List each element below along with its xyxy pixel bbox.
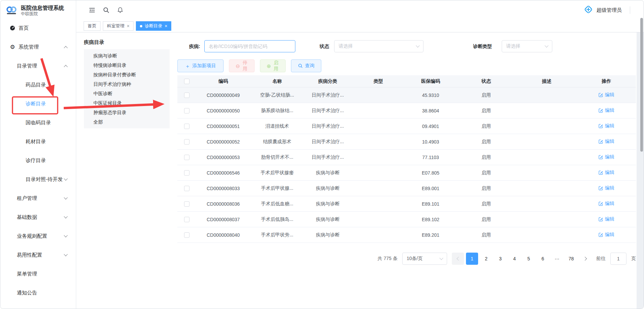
row-checkbox[interactable] xyxy=(184,201,189,207)
sidebar-item-diagnosis-catalog[interactable]: 诊断目录 xyxy=(0,94,76,113)
row-checkbox[interactable] xyxy=(184,232,189,238)
current-user[interactable]: 超级管理员 xyxy=(596,7,622,14)
close-icon[interactable]: × xyxy=(127,24,129,28)
tab-home[interactable]: 首页 xyxy=(84,21,100,31)
page-size-select[interactable]: 10条/页 xyxy=(402,253,447,265)
previous-page-button[interactable] xyxy=(452,253,464,265)
table-cell-code: CD0000000051 xyxy=(196,124,250,129)
chevron-down-icon xyxy=(64,233,67,237)
sidebar-item-tenant-management[interactable]: 租户管理 xyxy=(0,189,76,208)
page-button[interactable]: 2 xyxy=(480,253,492,265)
table-row[interactable]: CD0000000052结膜囊成形术日间手术治疗...10.4903启用编辑 xyxy=(177,134,636,150)
sidebar-item-treatment-catalog[interactable]: 诊疗目录 xyxy=(0,151,76,170)
edit-button[interactable]: 编辑 xyxy=(598,154,614,160)
edit-label: 编辑 xyxy=(605,123,614,129)
catalog-item[interactable]: 中医诊断 xyxy=(84,89,170,98)
add-item-button[interactable]: ＋ 添加新项目 xyxy=(177,59,224,72)
sidebar-item-catalog-management[interactable]: 目录管理 xyxy=(0,56,76,75)
row-checkbox[interactable] xyxy=(184,186,189,191)
edit-button[interactable]: 编辑 xyxy=(598,201,614,207)
catalog-item[interactable]: 按病种目录付费诊断 xyxy=(84,70,170,79)
sidebar-item-national-code-catalog[interactable]: 国临码目录 xyxy=(0,113,76,132)
edit-button[interactable]: 编辑 xyxy=(598,232,614,238)
edit-button[interactable]: 编辑 xyxy=(598,216,614,222)
page-button[interactable]: 3 xyxy=(494,253,506,265)
medical-cross-avatar-icon[interactable] xyxy=(584,5,593,16)
sidebar-item-notice[interactable]: 通知公告 xyxy=(0,283,76,302)
sidebar-item-menu-management[interactable]: 菜单管理 xyxy=(0,264,76,283)
status-select[interactable]: 请选择 xyxy=(334,40,423,52)
catalog-item[interactable]: 日间手术治疗病种 xyxy=(84,79,170,89)
table-row[interactable]: CD0000000053肋骨切开术不...日间手术治疗...77.1103启用编… xyxy=(177,150,636,165)
disable-button[interactable]: ⊖ 停用 xyxy=(229,59,255,72)
table-row[interactable]: CD0000008036手术后低血糖...疾病与诊断E89.101启用编辑 xyxy=(177,196,636,212)
row-checkbox[interactable] xyxy=(184,139,189,145)
catalog-item[interactable]: 全部 xyxy=(84,117,170,127)
bell-icon[interactable] xyxy=(117,7,123,14)
table-cell-code: CD0000008033 xyxy=(196,186,250,191)
table-cell-name: 泪道挂线术 xyxy=(250,123,304,129)
page-button[interactable]: 4 xyxy=(508,253,521,265)
query-button[interactable]: 查询 xyxy=(291,59,321,72)
select-all-checkbox[interactable] xyxy=(184,79,189,84)
sidebar-item-usability-config[interactable]: 易用性配置 xyxy=(0,246,76,264)
edit-button[interactable]: 编辑 xyxy=(598,107,614,113)
page-button[interactable]: 78 xyxy=(565,253,577,265)
table-row[interactable]: CD0000006546手术后甲状腺瘘疾病与诊断E07.805启用编辑 xyxy=(177,165,636,181)
tab-department-management[interactable]: 科室管理× xyxy=(103,21,134,31)
edit-button[interactable]: 编辑 xyxy=(598,185,614,191)
next-page-button[interactable] xyxy=(579,253,591,265)
topbar-divider xyxy=(630,6,630,14)
sidebar-item-label: 药品目录 xyxy=(26,82,46,88)
sidebar-item-drug-catalog[interactable]: 药品目录 xyxy=(0,75,76,94)
vertical-scrollbar[interactable] xyxy=(640,18,643,152)
edit-button[interactable]: 编辑 xyxy=(598,92,614,98)
table-row[interactable]: CD0000008033手术后甲状腺...疾病与诊断E89.001启用编辑 xyxy=(177,181,636,196)
sidebar-item-catalog-mapping-todo[interactable]: 目录对照-待开发 xyxy=(0,170,76,189)
table-row[interactable]: CD0000000050肠系膜动脉结...日间手术治疗...38.8604启用编… xyxy=(177,103,636,119)
page-button[interactable]: 1 xyxy=(466,253,478,265)
table-cell-insurance_code: 38.8604 xyxy=(405,108,456,113)
row-checkbox[interactable] xyxy=(184,108,189,113)
row-checkbox[interactable] xyxy=(184,217,189,222)
sidebar-item-business-rules-config[interactable]: 业务规则配置 xyxy=(0,227,76,246)
catalog-item[interactable]: 中医证候目录 xyxy=(84,98,170,108)
catalog-item[interactable]: 肿瘤形态学目录 xyxy=(84,108,170,117)
tab-diagnosis-catalog[interactable]: 诊断目录× xyxy=(136,21,171,31)
table-cell-name: 手术后低胰岛... xyxy=(250,216,304,223)
search-icon[interactable] xyxy=(103,7,110,14)
circle-plus-icon: ⊕ xyxy=(267,63,271,69)
row-select-cell xyxy=(177,170,196,176)
sidebar-item-home[interactable]: 首页 xyxy=(0,19,76,37)
table-row[interactable]: CD0000000049空肠-乙状结肠...日间手术治疗...45.9310启用… xyxy=(177,87,636,103)
row-checkbox[interactable] xyxy=(184,170,189,176)
row-checkbox[interactable] xyxy=(184,155,189,160)
sidebar-item-system-management[interactable]: ⚙系统管理 xyxy=(0,37,76,56)
catalog-item[interactable]: 疾病与诊断 xyxy=(84,51,170,60)
table-row[interactable]: CD0000008037手术后低胰岛...疾病与诊断E89.102启用编辑 xyxy=(177,212,636,227)
edit-button[interactable]: 编辑 xyxy=(598,170,614,176)
row-checkbox[interactable] xyxy=(184,124,189,129)
page-button[interactable]: 6 xyxy=(537,253,549,265)
sidebar-menu: 首页⚙系统管理目录管理药品目录诊断目录国临码目录耗材目录诊疗目录目录对照-待开发… xyxy=(0,19,76,302)
diagnosis-type-select[interactable]: 请选择 xyxy=(502,40,552,52)
logo-row: 医院信息管理系统 中联医院 xyxy=(0,0,76,18)
catalog-item[interactable]: 特慢病诊断目录 xyxy=(84,60,170,70)
table-header-cell: 医保编码 xyxy=(405,78,456,84)
edit-button[interactable]: 编辑 xyxy=(598,123,614,129)
table-row[interactable]: CD0000008040手术后甲状旁...疾病与诊断E89.201启用编辑 xyxy=(177,227,636,243)
search-icon xyxy=(298,63,303,68)
edit-button[interactable]: 编辑 xyxy=(598,138,614,145)
page-button[interactable]: 5 xyxy=(523,253,535,265)
collapse-menu-icon[interactable] xyxy=(89,7,95,14)
enable-button[interactable]: ⊕ 启用 xyxy=(260,59,286,72)
disease-search-input[interactable] xyxy=(204,40,295,52)
table-row[interactable]: CD0000000051泪道挂线术日间手术治疗...09.4901启用编辑 xyxy=(177,119,636,134)
close-icon[interactable]: × xyxy=(165,24,167,28)
sidebar-item-label: 目录管理 xyxy=(17,63,37,69)
sidebar-item-basic-data[interactable]: 基础数据 xyxy=(0,208,76,227)
row-checkbox[interactable] xyxy=(184,93,189,98)
row-select-cell xyxy=(177,108,196,113)
goto-page-input[interactable] xyxy=(610,253,626,265)
sidebar-item-consumable-catalog[interactable]: 耗材目录 xyxy=(0,132,76,151)
